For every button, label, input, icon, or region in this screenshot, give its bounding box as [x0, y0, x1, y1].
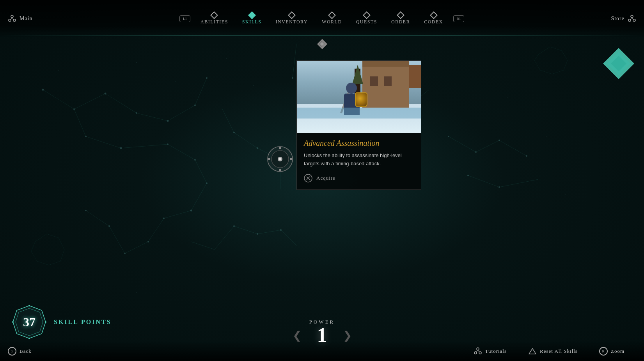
svg-line-31 [293, 44, 296, 78]
top-navigation: Main L1 Abilities Skills Inventory World… [0, 0, 644, 37]
svg-line-17 [234, 133, 257, 148]
svg-point-100 [290, 158, 292, 160]
circle-button: ○ [8, 347, 16, 356]
svg-point-111 [45, 321, 46, 323]
svg-line-0 [43, 90, 74, 109]
svg-point-51 [108, 225, 110, 227]
tutorials-action[interactable]: Tutorials [474, 347, 507, 356]
svg-line-24 [468, 175, 499, 187]
abilities-diamond [211, 11, 218, 19]
svg-point-40 [194, 104, 196, 106]
svg-point-57 [448, 136, 449, 137]
tutorials-label: Tutorials [485, 348, 507, 354]
skill-node-center[interactable] [266, 145, 294, 173]
svg-line-23 [499, 140, 527, 156]
svg-point-42 [85, 136, 87, 137]
svg-point-52 [85, 210, 87, 211]
skill-card: Advanced Assassination Unlocks the abili… [296, 60, 421, 190]
svg-point-63 [233, 225, 235, 227]
svg-line-6 [121, 144, 168, 148]
nav-item-quests[interactable]: Quests [349, 9, 384, 28]
svg-point-39 [167, 120, 169, 122]
svg-point-81 [11, 15, 13, 18]
svg-point-99 [279, 147, 281, 149]
world-diamond [328, 11, 336, 19]
store-menu-item[interactable]: Store [611, 14, 636, 23]
svg-point-77 [136, 292, 137, 293]
zoom-label: Zoom [611, 348, 624, 354]
svg-line-21 [449, 136, 476, 152]
store-label: Store [611, 16, 624, 22]
quests-diamond [363, 11, 371, 19]
svg-point-53 [233, 132, 235, 133]
svg-line-22 [476, 140, 499, 152]
svg-point-86 [631, 15, 633, 18]
nav-item-codex[interactable]: Codex [417, 9, 450, 28]
nav-item-abilities[interactable]: Abilities [193, 9, 235, 28]
nav-item-inventory[interactable]: Inventory [269, 9, 315, 28]
svg-point-113 [12, 321, 14, 323]
svg-line-84 [11, 18, 12, 19]
svg-line-16 [86, 211, 109, 226]
nav-item-world[interactable]: World [315, 9, 349, 28]
svg-point-45 [194, 159, 196, 161]
bottom-right-actions: Tutorials Reset All Skills R Zoom [474, 347, 636, 356]
skill-card-acquire-section[interactable]: Acquire [304, 174, 414, 182]
zoom-action[interactable]: R Zoom [599, 347, 624, 356]
svg-point-38 [136, 112, 137, 114]
svg-point-64 [257, 233, 258, 235]
svg-point-112 [28, 338, 30, 339]
svg-point-69 [226, 58, 227, 59]
triangle-button [528, 347, 537, 356]
svg-point-66 [58, 70, 59, 71]
svg-point-60 [526, 155, 527, 157]
corner-diamond [601, 46, 636, 81]
svg-line-8 [195, 78, 207, 105]
svg-line-11 [191, 183, 207, 211]
svg-point-76 [78, 273, 78, 273]
svg-line-89 [630, 18, 632, 19]
back-action[interactable]: ○ Back [8, 347, 32, 356]
x-button-icon [304, 174, 312, 182]
svg-point-49 [147, 241, 149, 242]
skills-diamond [248, 11, 256, 19]
ps-icon-store [628, 14, 636, 23]
main-label: Main [20, 16, 33, 22]
svg-point-68 [175, 81, 176, 82]
nav-item-order[interactable]: Order [384, 9, 417, 28]
svg-point-93 [321, 43, 323, 45]
svg-line-1 [74, 94, 105, 109]
skill-card-description: Unlocks the ability to assassinate high-… [304, 152, 414, 168]
main-menu-item[interactable]: Main [8, 14, 33, 23]
power-arrow-left[interactable]: ❮ [293, 329, 302, 342]
svg-line-7 [168, 105, 195, 121]
skill-points-label: SKILL POINTS [54, 319, 112, 326]
svg-line-26 [234, 226, 257, 234]
reset-action[interactable]: Reset All Skills [528, 347, 578, 356]
svg-line-27 [257, 230, 281, 234]
l1-button[interactable]: L1 [179, 15, 190, 22]
skill-points-section: 37 SKILL POINTS [12, 304, 112, 340]
ps-icon-main [8, 14, 16, 23]
svg-point-114 [477, 348, 479, 350]
svg-line-118 [478, 350, 479, 352]
svg-line-20 [222, 109, 234, 133]
nav-item-skills[interactable]: Skills [235, 9, 269, 28]
svg-point-56 [292, 77, 293, 79]
skill-points-value: 37 [23, 315, 35, 329]
svg-point-36 [73, 108, 75, 110]
svg-line-4 [74, 109, 86, 136]
svg-point-46 [206, 182, 208, 184]
svg-point-37 [105, 93, 106, 95]
power-arrow-right[interactable]: ❯ [343, 329, 352, 342]
svg-point-110 [28, 305, 30, 306]
inventory-diamond [288, 11, 296, 19]
reset-label: Reset All Skills [540, 348, 578, 354]
skill-card-title: Advanced Assassination [304, 139, 414, 148]
svg-line-12 [164, 211, 191, 218]
svg-line-10 [195, 160, 207, 183]
svg-point-50 [124, 253, 126, 254]
r1-button[interactable]: R1 [453, 15, 464, 22]
codex-diamond [430, 11, 438, 19]
svg-point-104 [279, 158, 281, 160]
